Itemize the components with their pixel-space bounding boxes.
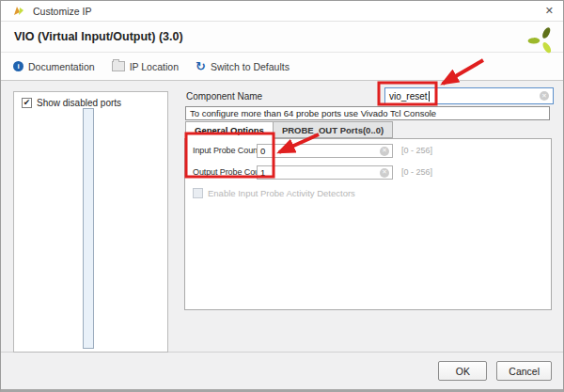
ip-location-label: IP Location [130,61,179,72]
toolbar: i Documentation IP Location ↻ Switch to … [1,53,563,81]
activity-detectors-label: Enable Input Probe Activity Detectors [208,188,355,198]
vivado-window-icon [12,5,25,18]
input-probe-count-range: [0 - 256] [401,146,432,155]
page-title: VIO (Virtual Input/Output) (3.0) [14,30,183,43]
ok-button[interactable]: OK [438,361,487,381]
cancel-button[interactable]: Cancel [496,361,552,381]
tab-probe-out-ports[interactable]: PROBE_OUT Ports(0..0) [274,121,393,138]
documentation-button[interactable]: i Documentation [13,61,95,72]
window-title: Customize IP [33,6,91,17]
input-probe-count-row: Input Probe Count 0 ✕ [0 - 256] [193,144,543,159]
output-probe-count-range: [0 - 256] [401,167,432,177]
customize-ip-dialog: Customize IP ✕ VIO (Virtual Input/Output… [0,0,564,392]
checkbox-disabled-icon [193,188,203,198]
output-probe-count-row: Output Probe Count 1 ✕ [0 - 256] [193,165,543,180]
info-banner: To configure more than 64 probe ports us… [185,106,550,120]
input-probe-count-value: 0 [260,146,265,156]
show-disabled-ports-checkbox[interactable]: ✔ Show disabled ports [22,98,121,108]
tab-bar: General Options PROBE_OUT Ports(0..0) [185,121,393,138]
dialog-body: ✔ Show disabled ports Component Name vio… [1,81,563,352]
switch-to-defaults-label: Switch to Defaults [211,61,290,72]
general-options-panel: Input Probe Count 0 ✕ [0 - 256] Output P… [184,138,552,310]
component-name-label: Component Name [186,91,262,102]
dialog-header: VIO (Virtual Input/Output) (3.0) [1,22,563,53]
footer: OK Cancel [1,352,563,389]
output-probe-count-label: Output Probe Count [193,167,266,177]
ip-location-button[interactable]: IP Location [112,61,179,72]
component-name-input[interactable]: vio_reset ✕ [384,87,554,104]
xilinx-logo-icon [526,24,558,56]
tab-general-options[interactable]: General Options [185,121,274,139]
ip-symbol-block [83,108,94,349]
folder-icon [112,61,125,71]
info-icon: i [13,61,24,71]
clear-icon[interactable]: ✕ [380,168,389,178]
clear-icon[interactable]: ✕ [540,91,549,101]
documentation-label: Documentation [28,61,95,72]
checkbox-checked-icon: ✔ [22,98,32,108]
activity-detectors-checkbox: Enable Input Probe Activity Detectors [193,188,355,198]
output-probe-count-value: 1 [260,167,265,178]
close-icon[interactable]: ✕ [545,6,554,16]
ports-preview-panel: ✔ Show disabled ports [13,91,168,353]
switch-to-defaults-button[interactable]: ↻ Switch to Defaults [196,61,290,72]
input-probe-count-label: Input Probe Count [193,146,259,155]
output-probe-count-input[interactable]: 1 ✕ [257,165,393,180]
input-probe-count-input[interactable]: 0 ✕ [257,144,393,158]
component-name-value: vio_reset [389,91,428,102]
clear-icon[interactable]: ✕ [380,147,389,156]
show-disabled-ports-label: Show disabled ports [37,98,121,108]
text-cursor [429,91,430,102]
refresh-icon: ↻ [196,61,206,72]
titlebar: Customize IP ✕ [1,1,563,22]
